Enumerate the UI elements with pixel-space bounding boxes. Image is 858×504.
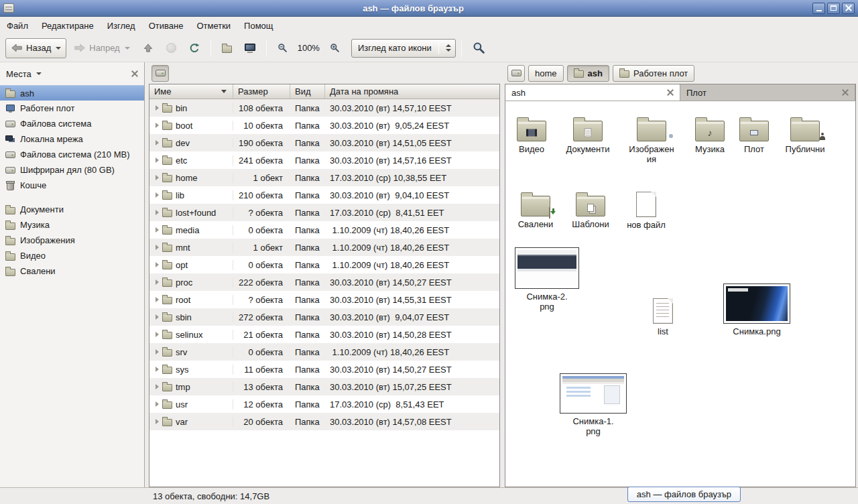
menu-help[interactable]: Помощ: [244, 21, 273, 31]
table-row[interactable]: mnt1 обектПапка 1.10.2009 (чт) 18,40,26 …: [149, 239, 499, 256]
icon-item-public[interactable]: Публични: [778, 111, 833, 154]
table-row[interactable]: bin108 обектаПапка30.03.2010 (вт) 14,57,…: [149, 99, 499, 117]
crumb-desktop[interactable]: Работен плот: [613, 65, 694, 82]
back-button[interactable]: Назад: [5, 38, 66, 58]
table-row[interactable]: tmp13 обектаПапка30.03.2010 (вт) 15,07,2…: [149, 378, 499, 395]
maximize-button[interactable]: [827, 3, 840, 14]
icon-item-video[interactable]: Видео: [507, 111, 556, 154]
taskbar-window-button[interactable]: ash — файлов браузър: [627, 487, 741, 502]
sidebar-close-icon[interactable]: [131, 70, 138, 77]
tab-close-icon[interactable]: [842, 89, 849, 96]
up-button[interactable]: [137, 38, 159, 58]
sidebar-item-downloads[interactable]: Свалени: [0, 263, 144, 279]
expander-icon[interactable]: [156, 401, 159, 407]
table-row[interactable]: proc222 обектаПапка30.03.2010 (вт) 14,50…: [149, 273, 499, 291]
expander-icon[interactable]: [156, 245, 159, 250]
sidebar-item-filesystem[interactable]: Файлова система: [0, 116, 144, 131]
icon-item-snimka2[interactable]: Снимка-2. png: [513, 247, 580, 312]
zoom-out-button[interactable]: [272, 38, 293, 58]
menu-view[interactable]: Изглед: [107, 21, 135, 31]
column-header-date[interactable]: Дата на промяна: [325, 84, 499, 99]
crumb-ash[interactable]: ash: [567, 65, 609, 82]
forward-button[interactable]: Напред: [68, 38, 135, 58]
icon-item-list-file[interactable]: list: [639, 293, 686, 336]
sidebar-item-documents[interactable]: Документи: [0, 202, 144, 217]
table-row[interactable]: media0 обектаПапка 1.10.2009 (чт) 18,40,…: [149, 221, 499, 239]
expander-icon[interactable]: [156, 227, 159, 233]
places-header[interactable]: Места: [6, 69, 32, 79]
table-row[interactable]: selinux21 обектаПапка30.03.2010 (вт) 14,…: [149, 326, 499, 343]
sidebar-item-music[interactable]: Музика: [0, 217, 144, 233]
tab-ash[interactable]: ash: [505, 84, 680, 101]
expander-icon[interactable]: [156, 314, 159, 320]
icon-item-pictures[interactable]: Изображен ия: [623, 111, 680, 164]
menu-bookmarks[interactable]: Отметки: [196, 21, 231, 31]
home-button[interactable]: [217, 38, 237, 58]
expander-icon[interactable]: [156, 262, 159, 267]
menu-file[interactable]: Файл: [7, 21, 28, 31]
sidebar-item-ash[interactable]: ash: [0, 85, 144, 101]
icon-item-music[interactable]: ♪ Музика: [685, 111, 735, 154]
sidebar-item-desktop[interactable]: Работен плот: [0, 101, 144, 116]
tab-desktop[interactable]: Плот: [680, 84, 855, 101]
sidebar-item-network[interactable]: Локална мрежа: [0, 131, 144, 147]
table-row[interactable]: sys11 обектаПапка30.03.2010 (вт) 14,50,2…: [149, 361, 499, 378]
table-row[interactable]: root? обектаПапка30.03.2010 (вт) 14,55,3…: [149, 291, 499, 308]
reload-button[interactable]: [184, 38, 205, 58]
expander-icon[interactable]: [156, 123, 159, 128]
root-crumb-button[interactable]: [507, 65, 525, 82]
table-row[interactable]: home1 обектПапка17.03.2010 (ср) 10,38,55…: [149, 169, 499, 186]
icon-item-desktop[interactable]: Плот: [732, 111, 776, 154]
table-row[interactable]: boot10 обектаПапка30.03.2010 (вт) 9,05,2…: [149, 117, 499, 134]
table-row[interactable]: lost+found? обектаПапка17.03.2010 (ср) 8…: [149, 204, 499, 221]
places-dropdown-icon[interactable]: [36, 72, 42, 75]
table-row[interactable]: usr12 обектаПапка17.03.2010 (ср) 8,51,43…: [149, 395, 499, 413]
column-header-name[interactable]: Име: [149, 84, 233, 99]
pane-splitter[interactable]: [500, 62, 505, 487]
table-row[interactable]: etc241 обектаПапка30.03.2010 (вт) 14,57,…: [149, 151, 499, 169]
minimize-button[interactable]: [812, 3, 825, 14]
sidebar-item-trash[interactable]: Кошче: [0, 178, 144, 193]
icon-item-documents[interactable]: Документи: [562, 111, 614, 154]
expander-icon[interactable]: [156, 158, 159, 163]
expander-icon[interactable]: [156, 279, 159, 285]
stop-button[interactable]: [161, 38, 182, 58]
icon-item-snimka1[interactable]: Снимка-1. png: [558, 373, 629, 436]
table-row[interactable]: opt0 обектаПапка 1.10.2009 (чт) 18,40,26…: [149, 256, 499, 273]
expander-icon[interactable]: [156, 140, 159, 145]
column-header-type[interactable]: Вид: [290, 84, 325, 99]
menu-edit[interactable]: Редактиране: [42, 21, 94, 31]
view-mode-select[interactable]: Изглед като икони: [351, 39, 456, 58]
table-row[interactable]: var20 обектаПапка30.03.2010 (вт) 14,57,0…: [149, 413, 499, 430]
sidebar-item-filesystem-210mb[interactable]: Файлова система (210 MB): [0, 147, 144, 162]
expander-icon[interactable]: [156, 175, 159, 180]
icon-item-templates[interactable]: Шаблони: [566, 186, 615, 229]
sidebar-item-pictures[interactable]: Изображения: [0, 233, 144, 248]
expander-icon[interactable]: [156, 349, 159, 355]
computer-button[interactable]: [239, 38, 261, 58]
menu-go[interactable]: Отиване: [149, 21, 184, 31]
crumb-home[interactable]: home: [528, 65, 564, 82]
icon-item-new-file[interactable]: нов файл: [621, 186, 672, 230]
expander-icon[interactable]: [156, 192, 159, 198]
expander-icon[interactable]: [156, 384, 159, 389]
table-row[interactable]: lib210 обектаПапка30.03.2010 (вт) 9,04,1…: [149, 186, 499, 204]
close-button[interactable]: [842, 3, 855, 14]
table-row[interactable]: sbin272 обектаПапка30.03.2010 (вт) 9,04,…: [149, 308, 499, 326]
expander-icon[interactable]: [156, 105, 159, 111]
table-row[interactable]: dev190 обектаПапка30.03.2010 (вт) 14,51,…: [149, 134, 499, 151]
table-row[interactable]: srv0 обектаПапка 1.10.2009 (чт) 18,40,26…: [149, 343, 499, 361]
expander-icon[interactable]: [156, 367, 159, 372]
expander-icon[interactable]: [156, 210, 159, 215]
expander-icon[interactable]: [156, 419, 159, 424]
expander-icon[interactable]: [156, 332, 159, 337]
tab-close-icon[interactable]: [667, 89, 674, 96]
root-crumb-button[interactable]: [151, 65, 169, 82]
column-header-size[interactable]: Размер: [233, 84, 290, 99]
icon-item-snimka[interactable]: Снимка.png: [721, 284, 792, 336]
zoom-in-button[interactable]: [324, 38, 345, 58]
search-button[interactable]: [467, 38, 491, 58]
expander-icon[interactable]: [156, 297, 159, 302]
icon-item-downloads[interactable]: Свалени: [511, 186, 560, 229]
sidebar-item-video[interactable]: Видео: [0, 248, 144, 263]
